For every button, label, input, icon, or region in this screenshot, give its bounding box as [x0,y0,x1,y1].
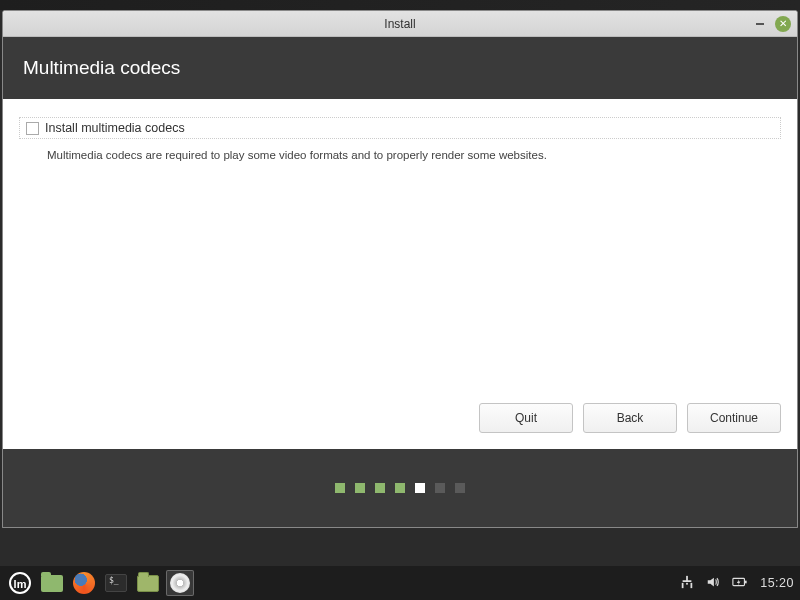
progress-indicator [3,449,797,527]
network-icon[interactable] [680,575,694,592]
progress-step-1 [335,483,345,493]
quit-button[interactable]: Quit [479,403,573,433]
codec-option-label: Install multimedia codecs [45,121,185,135]
firefox-icon [73,572,95,594]
file-manager-launcher[interactable] [38,570,66,596]
folder-icon [41,575,63,592]
files-icon [137,575,159,592]
progress-step-7 [455,483,465,493]
terminal-launcher[interactable]: $_ [102,570,130,596]
installer-window: Install ✕ Multimedia codecs Install mult… [2,10,798,528]
back-button[interactable]: Back [583,403,677,433]
continue-button[interactable]: Continue [687,403,781,433]
volume-icon[interactable] [706,575,720,592]
nav-button-row: Quit Back Continue [479,403,781,433]
progress-step-5 [415,483,425,493]
window-title: Install [384,17,415,31]
system-tray: 15:20 [680,575,794,592]
progress-step-3 [375,483,385,493]
svg-rect-6 [745,580,747,583]
progress-step-6 [435,483,445,493]
installer-task[interactable] [166,570,194,596]
menu-button[interactable]: lm [6,570,34,596]
window-titlebar[interactable]: Install ✕ [3,11,797,37]
codec-description: Multimedia codecs are required to play s… [47,149,781,161]
close-button[interactable]: ✕ [775,16,791,32]
taskbar: lm $_ 15:20 [0,566,800,600]
clock[interactable]: 15:20 [760,576,794,590]
page-header: Multimedia codecs [3,37,797,99]
svg-rect-3 [683,580,692,582]
codec-checkbox[interactable] [26,122,39,135]
svg-rect-1 [682,582,684,587]
progress-step-4 [395,483,405,493]
files-launcher[interactable] [134,570,162,596]
codec-option-row[interactable]: Install multimedia codecs [19,117,781,139]
svg-rect-4 [686,582,688,584]
minimize-button[interactable] [753,17,767,31]
progress-step-2 [355,483,365,493]
desktop-background-strip [0,0,800,10]
battery-icon[interactable] [732,575,748,592]
firefox-launcher[interactable] [70,570,98,596]
page-title: Multimedia codecs [23,57,180,79]
mint-logo-icon: lm [9,572,31,594]
terminal-icon: $_ [105,574,127,592]
disc-icon [170,573,190,593]
svg-rect-2 [691,582,693,587]
content-area: Install multimedia codecs Multimedia cod… [3,99,797,449]
